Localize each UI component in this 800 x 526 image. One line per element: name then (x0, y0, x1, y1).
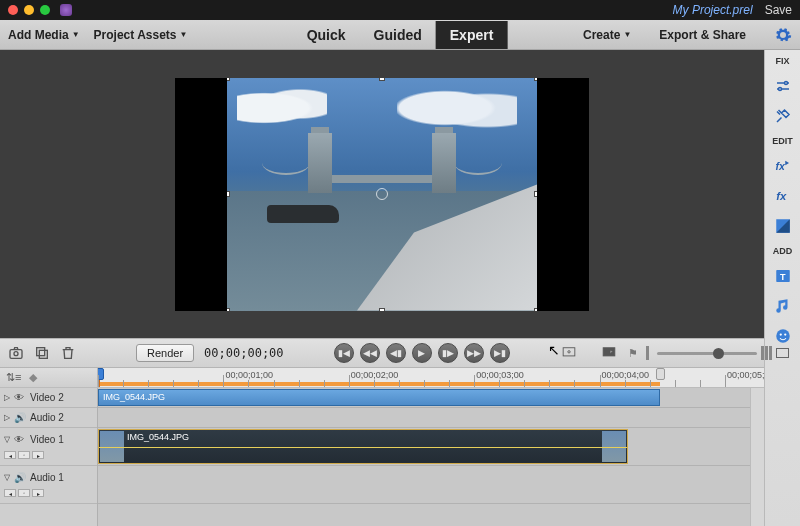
resize-handle-bl[interactable] (227, 308, 230, 311)
resize-handle-rm[interactable] (534, 191, 537, 197)
music-icon[interactable] (770, 294, 796, 318)
track-header-audio2[interactable]: ▷ 🔊 Audio 2 (0, 408, 97, 428)
mode-tab-quick[interactable]: Quick (293, 21, 360, 49)
goto-end-button[interactable]: ▶▮ (490, 343, 510, 363)
graphics-icon[interactable] (770, 324, 796, 348)
effects-icon[interactable]: fx (770, 184, 796, 208)
svg-point-1 (778, 88, 781, 91)
preview-monitor[interactable] (0, 50, 764, 338)
lane-video1[interactable]: IMG_0544.JPG (98, 428, 764, 466)
minimize-window-button[interactable] (24, 5, 34, 15)
work-area-bar[interactable] (98, 382, 660, 386)
duplicate-icon[interactable] (34, 344, 50, 362)
vertical-scrollbar[interactable] (750, 388, 764, 526)
zoom-slider[interactable] (657, 352, 757, 355)
track-options-icon[interactable]: ⇅≡ (6, 371, 21, 384)
next-keyframe-icon[interactable]: ▸ (32, 489, 44, 497)
zoom-slider-thumb[interactable] (713, 348, 724, 359)
next-keyframe-icon[interactable]: ▸ (32, 451, 44, 459)
trash-icon[interactable] (60, 344, 76, 362)
project-assets-menu[interactable]: Project Assets▼ (94, 28, 188, 42)
step-forward-button[interactable]: ▮▶ (438, 343, 458, 363)
render-button[interactable]: Render (136, 344, 194, 362)
timecode-display[interactable]: 00;00;00;00 (204, 346, 283, 360)
work-area-end-handle[interactable] (656, 368, 665, 380)
speaker-icon[interactable]: 🔊 (14, 412, 26, 423)
safe-margins-icon[interactable] (560, 344, 578, 362)
titles-icon[interactable]: T (770, 264, 796, 288)
prev-keyframe-icon[interactable]: ◂ (4, 489, 16, 497)
transitions-icon[interactable] (770, 214, 796, 238)
expand-icon[interactable]: ▷ (4, 393, 10, 402)
eye-icon[interactable]: 👁 (14, 434, 26, 445)
marker-icon[interactable]: ⚑ (628, 347, 638, 360)
preview-image[interactable] (227, 78, 537, 311)
clip-video1[interactable]: IMG_0544.JPG (98, 429, 628, 464)
resize-handle-tr[interactable] (534, 78, 537, 81)
track-header-video1[interactable]: ▽ 👁 Video 1 ◂ ◦ ▸ (0, 428, 97, 466)
lane-video2[interactable]: IMG_0544.JPG (98, 388, 764, 408)
collapse-icon[interactable]: ▽ (4, 473, 10, 482)
close-window-button[interactable] (8, 5, 18, 15)
eye-icon[interactable]: 👁 (14, 392, 26, 403)
speaker-icon[interactable]: 🔊 (14, 472, 26, 483)
track-name: Audio 2 (30, 412, 64, 423)
anchor-point-icon[interactable] (376, 188, 388, 200)
track-name: Video 2 (30, 392, 64, 403)
add-keyframe-icon[interactable]: ◦ (18, 489, 30, 497)
lane-audio2[interactable] (98, 408, 764, 428)
opacity-rubberband[interactable] (99, 447, 627, 448)
resize-handle-br[interactable] (534, 308, 537, 311)
tools-icon[interactable] (770, 104, 796, 128)
add-media-menu[interactable]: Add Media▼ (8, 28, 80, 42)
time-ruler[interactable]: 00;00;01;0000;00;02;0000;00;03;0000;00;0… (98, 368, 764, 387)
collapse-icon[interactable]: ▽ (4, 435, 10, 444)
zoom-in-icon[interactable] (765, 346, 768, 360)
cursor-icon: ↖ (548, 342, 560, 358)
prev-keyframe-icon[interactable]: ◂ (4, 451, 16, 459)
goto-start-button[interactable]: ▮◀ (334, 343, 354, 363)
workspace: FIX EDIT fx fx ADD T (0, 50, 800, 338)
create-menu[interactable]: Create▼ (583, 28, 631, 42)
add-keyframe-icon[interactable]: ◦ (18, 451, 30, 459)
fullscreen-icon[interactable] (600, 344, 618, 362)
track-header-video2[interactable]: ▷ 👁 Video 2 (0, 388, 97, 408)
svg-rect-14 (563, 348, 575, 356)
track-name: Video 1 (30, 434, 64, 445)
svg-rect-13 (39, 350, 47, 358)
applied-effects-icon[interactable]: fx (770, 154, 796, 178)
mode-tab-expert[interactable]: Expert (436, 21, 508, 49)
zoom-window-button[interactable] (40, 5, 50, 15)
clip-video2[interactable]: IMG_0544.JPG (98, 389, 660, 406)
snapshot-icon[interactable] (8, 344, 24, 362)
track-lanes[interactable]: IMG_0544.JPG IMG_0544.JPG (98, 388, 764, 526)
right-tool-panel: FIX EDIT fx fx ADD T (764, 50, 800, 526)
mode-tab-guided[interactable]: Guided (360, 21, 436, 49)
settings-gear-icon[interactable] (774, 26, 792, 44)
add-media-label: Add Media (8, 28, 69, 42)
zoom-out-icon[interactable] (646, 346, 649, 360)
project-name: My Project.prel (673, 3, 753, 17)
svg-point-9 (784, 333, 786, 335)
expand-icon[interactable]: ▷ (4, 413, 10, 422)
fast-forward-button[interactable]: ▶▶ (464, 343, 484, 363)
chevron-down-icon: ▼ (623, 30, 631, 39)
play-button[interactable]: ▶ (412, 343, 432, 363)
audio-waveform-icon[interactable]: ◆ (29, 371, 37, 384)
svg-point-11 (14, 352, 18, 356)
step-back-button[interactable]: ◀▮ (386, 343, 406, 363)
resize-handle-tm[interactable] (379, 78, 385, 81)
rewind-button[interactable]: ◀◀ (360, 343, 380, 363)
playback-controls: ▮◀ ◀◀ ◀▮ ▶ ▮▶ ▶▶ ▶▮ (334, 343, 510, 363)
chevron-down-icon: ▼ (72, 30, 80, 39)
export-share-button[interactable]: Export & Share (659, 28, 746, 42)
save-button[interactable]: Save (765, 3, 792, 17)
fit-timeline-icon[interactable] (776, 348, 789, 358)
resize-handle-bm[interactable] (379, 308, 385, 311)
track-header-audio1[interactable]: ▽ 🔊 Audio 1 ◂ ◦ ▸ (0, 466, 97, 504)
resize-handle-tl[interactable] (227, 78, 230, 81)
lane-audio1[interactable] (98, 466, 764, 504)
resize-handle-lm[interactable] (227, 191, 230, 197)
svg-rect-12 (37, 348, 45, 356)
adjust-tool-icon[interactable] (770, 74, 796, 98)
